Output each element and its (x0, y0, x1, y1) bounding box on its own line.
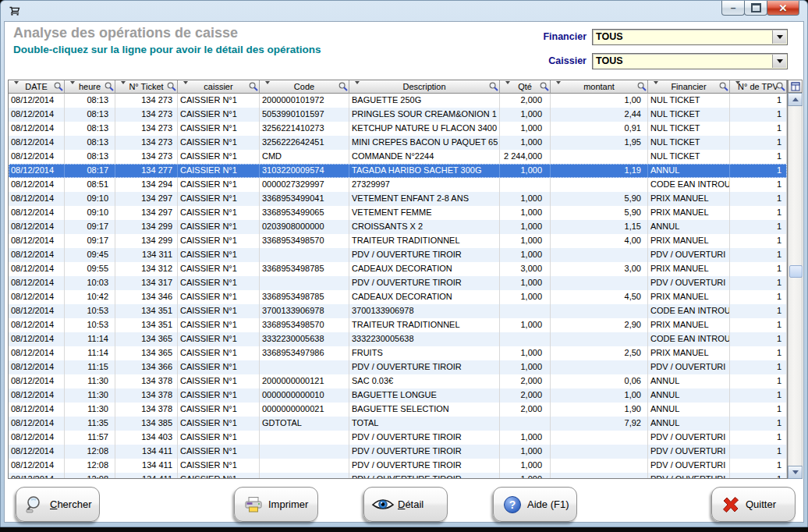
financier-dropdown-button[interactable] (772, 30, 786, 44)
table-row[interactable]: 08/12/201408:13134 273CAISSIER N°1325622… (9, 122, 787, 136)
table-cell: 1,000 (500, 431, 551, 445)
table-cell: 0,91 (551, 122, 648, 136)
quitter-button[interactable]: Quitter (711, 487, 796, 522)
scroll-down-button[interactable] (788, 466, 803, 479)
column-filter-magnifier-icon[interactable] (489, 82, 498, 91)
table-cell (551, 459, 648, 473)
minimize-button[interactable]: – (721, 1, 745, 16)
table-row[interactable]: 08/12/201409:55134 312CAISSIER N°1336895… (9, 262, 787, 276)
financier-select[interactable]: TOUS (592, 29, 788, 45)
table-cell: 08/12/2014 (9, 431, 65, 445)
scrollbar-track[interactable] (788, 106, 803, 466)
column-header-n-de-tpv[interactable]: N° de TPV (730, 80, 787, 94)
table-row[interactable]: 08/12/201408:13134 273CAISSIER N°1200000… (9, 94, 787, 108)
table-row[interactable]: 08/12/201409:45134 311CAISSIER N°1PDV / … (9, 248, 787, 262)
titlebar[interactable]: – ✕ (1, 1, 807, 21)
table-row[interactable]: 08/12/201408:13134 273CAISSIER N°1325622… (9, 136, 787, 150)
table-cell: 08/12/2014 (9, 248, 65, 262)
column-filter-magnifier-icon[interactable] (719, 82, 728, 91)
table-row[interactable]: 08/12/201411:35134 385CAISSIER N°1GDTOTA… (9, 417, 787, 431)
table-cell: 1 (730, 164, 787, 178)
maximize-button[interactable] (744, 1, 767, 16)
column-header-montant[interactable]: montant (551, 80, 648, 94)
column-header-n-ticket[interactable]: N° Ticket (115, 80, 178, 94)
table-row[interactable]: 08/12/201410:03134 317CAISSIER N°1PDV / … (9, 276, 787, 290)
table-row[interactable]: 08/12/201412:08134 411CAISSIER N°1PDV / … (9, 473, 787, 478)
table-row[interactable]: 08/12/201411:14134 365CAISSIER N°1333223… (9, 332, 787, 346)
table-cell: KETCHUP NATURE U FLACON 3400 (349, 122, 500, 136)
table-cell: COMMANDE N°2244 (349, 150, 500, 164)
table-cell: CAISSIER N°1 (178, 290, 260, 304)
column-chooser-button[interactable] (788, 80, 803, 93)
column-filter-magnifier-icon[interactable] (167, 82, 176, 91)
close-button[interactable]: ✕ (767, 1, 799, 16)
table-row[interactable]: 08/12/201409:17134 299CAISSIER N°1020390… (9, 220, 787, 234)
table-cell (500, 332, 551, 346)
table-header-row: DATEheureN° TicketcaissierCodeDescriptio… (9, 80, 787, 94)
table-row[interactable]: 08/12/201408:13134 273CAISSIER N°1CMDCOM… (9, 150, 787, 164)
table-row[interactable]: 08/12/201408:51134 294CAISSIER N°1000002… (9, 178, 787, 192)
table-cell: 2,90 (551, 318, 648, 332)
table-row[interactable]: 08/12/201410:53134 351CAISSIER N°1370013… (9, 304, 787, 318)
column-header-code[interactable]: Code (260, 80, 349, 94)
table-row[interactable]: 08/12/201411:30134 378CAISSIER N°1000000… (9, 388, 787, 403)
table-cell: 1,00 (551, 94, 648, 108)
table-row[interactable]: 08/12/201411:15134 366CAISSIER N°1PDV / … (9, 360, 787, 374)
table-cell: 08/12/2014 (9, 304, 65, 318)
table-cell: PDV / OUVERTURI (648, 431, 730, 445)
column-filter-magnifier-icon[interactable] (637, 82, 647, 91)
table-row[interactable]: 08/12/201409:10134 297CAISSIER N°1336895… (9, 206, 787, 220)
table-row[interactable]: 08/12/201412:08134 411CAISSIER N°1PDV / … (9, 445, 787, 459)
table-row[interactable]: 08/12/201411:30134 378CAISSIER N°1000000… (9, 403, 787, 417)
table-cell: 08:13 (65, 94, 115, 108)
column-filter-magnifier-icon[interactable] (105, 82, 114, 91)
table-cell: PDV / OUVERTURI (648, 276, 730, 290)
table-row[interactable]: 08/12/201410:42134 346CAISSIER N°1336895… (9, 290, 787, 304)
aide-f1-button[interactable]: ?Aide (F1) (493, 487, 577, 522)
column-header-date[interactable]: DATE (9, 80, 65, 94)
column-filter-magnifier-icon[interactable] (249, 82, 258, 91)
imprimer-button[interactable]: Imprimer (234, 487, 318, 522)
column-header-label: Qté (518, 82, 532, 91)
table-cell: 3368953498785 (260, 262, 349, 276)
table-row[interactable]: 08/12/201411:30134 378CAISSIER N°1200000… (9, 374, 787, 388)
column-header-qt[interactable]: Qté (500, 80, 551, 94)
scrollbar-thumb[interactable] (789, 265, 803, 278)
table-cell: 134 273 (115, 136, 178, 150)
table-row[interactable]: 08/12/201411:57134 403CAISSIER N°1PDV / … (9, 431, 787, 445)
column-header-heure[interactable]: heure (65, 80, 115, 94)
table-cell: 09:17 (65, 234, 115, 248)
caissier-select[interactable]: TOUS (592, 53, 788, 69)
table-cell: ANNUL (648, 403, 730, 417)
table-cell: 1,000 (500, 459, 551, 473)
table-row[interactable]: 08/12/201411:14134 365CAISSIER N°1336895… (9, 346, 787, 360)
table-cell: ANNUL (648, 417, 730, 431)
table-row[interactable]: 08/12/201409:10134 297CAISSIER N°1336895… (9, 192, 787, 206)
caissier-dropdown-button[interactable] (772, 55, 786, 68)
table-cell: 134 411 (115, 445, 178, 459)
column-filter-magnifier-icon[interactable] (776, 82, 785, 91)
column-filter-magnifier-icon[interactable] (54, 82, 63, 91)
table-cell (551, 431, 648, 445)
table-cell: 1,000 (500, 108, 551, 122)
column-filter-magnifier-icon[interactable] (540, 82, 549, 91)
table-cell: 134 297 (115, 192, 178, 206)
table-row-selected[interactable]: 08/12/201408:17134 277CAISSIER N°1310322… (9, 164, 787, 178)
caissier-value: TOUS (596, 54, 623, 69)
chercher-button[interactable]: Chercher (16, 487, 100, 522)
table-cell: 1 (730, 374, 787, 388)
table-row[interactable]: 08/12/201410:53134 351CAISSIER N°1336895… (9, 318, 787, 332)
scroll-up-button[interactable] (788, 93, 803, 106)
table-cell: PDV / OUVERTURE TIROIR (349, 459, 500, 473)
table-row[interactable]: 08/12/201412:08134 411CAISSIER N°1PDV / … (9, 459, 787, 473)
table-row[interactable]: 08/12/201409:17134 299CAISSIER N°1336895… (9, 234, 787, 248)
column-header-description[interactable]: Description (349, 80, 500, 94)
column-header-financier[interactable]: Financier (648, 80, 730, 94)
table-row[interactable]: 08/12/201408:13134 273CAISSIER N°1505399… (9, 108, 787, 122)
table-cell: 1 (730, 417, 787, 431)
sort-icon (501, 83, 507, 91)
d-tail-button[interactable]: Détail (363, 487, 448, 522)
table-cell: 0000000000021 (260, 403, 349, 417)
column-header-caissier[interactable]: caissier (178, 80, 260, 94)
column-filter-magnifier-icon[interactable] (338, 82, 348, 91)
